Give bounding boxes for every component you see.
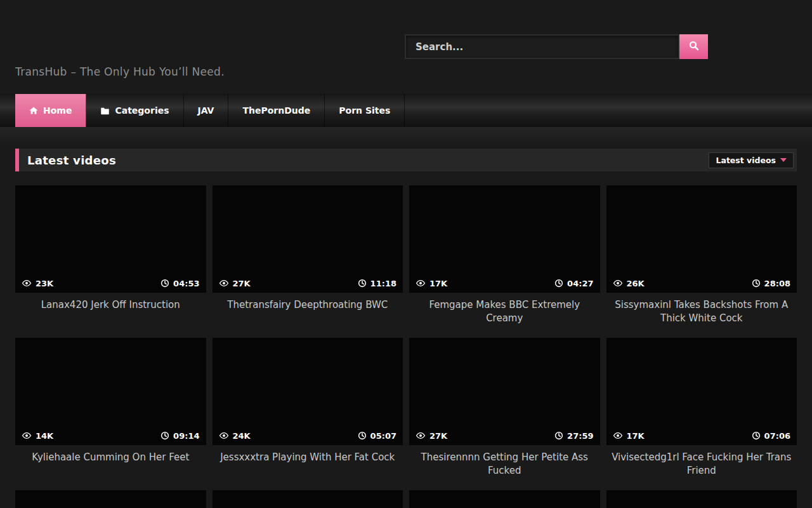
eye-icon [219, 431, 229, 441]
video-thumbnail[interactable]: 24K05:07 [213, 338, 403, 445]
nav-item-label: JAV [198, 105, 214, 116]
eye-icon [613, 278, 623, 288]
video-card[interactable]: 14K09:14Kyliehaale Cumming On Her Feet [15, 338, 206, 490]
nav-shadow [0, 127, 812, 146]
video-stats: 26K28:08 [613, 278, 791, 288]
video-thumbnail[interactable]: 23K04:53 [15, 185, 206, 293]
video-thumbnail[interactable] [213, 490, 403, 508]
sort-dropdown[interactable]: Latest videos [709, 152, 794, 168]
video-card[interactable]: 26K28:08Sissymaxinl Takes Backshots From… [606, 185, 797, 338]
video-title[interactable]: Thetransfairy Deepthroating BWC [213, 298, 403, 312]
video-title[interactable]: Jessxxxtra Playing With Her Fat Cock [213, 451, 403, 464]
clock-icon [752, 431, 761, 440]
video-title[interactable]: Sissymaxinl Takes Backshots From A Thick… [606, 298, 797, 325]
video-card[interactable]: 27K27:59Thesirennnn Getting Her Petite A… [409, 338, 600, 490]
nav-item-label: ThePornDude [242, 105, 310, 116]
video-thumbnail[interactable]: 17K07:06 [606, 338, 797, 445]
view-count: 23K [22, 278, 53, 288]
clock-icon [358, 279, 367, 288]
section-header: Latest videos Latest videos [15, 149, 797, 171]
eye-icon [613, 431, 623, 441]
video-duration: 04:53 [160, 279, 199, 288]
video-card[interactable] [606, 490, 797, 508]
video-card[interactable]: 23K04:53Lanax420 Jerk Off Instruction [15, 185, 206, 338]
clock-icon [554, 279, 563, 288]
video-card[interactable] [15, 490, 206, 508]
search-bar [405, 34, 708, 59]
chevron-down-icon [780, 158, 787, 162]
video-duration: 05:07 [358, 431, 396, 441]
home-icon [29, 106, 38, 115]
video-stats: 27K27:59 [416, 431, 594, 441]
view-count: 17K [416, 278, 447, 288]
video-duration: 07:06 [752, 431, 790, 441]
eye-icon [219, 278, 229, 288]
site-title: TransHub – The Only Hub You’ll Need. [15, 65, 225, 78]
nav-item-theporndude[interactable]: ThePornDude [228, 94, 325, 127]
video-stats: 27K11:18 [219, 278, 397, 288]
nav-item-label: Porn Sites [339, 105, 390, 116]
nav-items: Home Categories JAV ThePornDude Porn Sit… [15, 94, 812, 127]
clock-icon [358, 431, 367, 440]
video-title[interactable]: Thesirennnn Getting Her Petite Ass Fucke… [409, 451, 600, 478]
video-thumbnail[interactable] [15, 490, 206, 508]
video-thumbnail[interactable]: 27K27:59 [409, 338, 600, 445]
video-duration: 09:14 [160, 431, 199, 441]
clock-icon [160, 431, 169, 440]
video-title[interactable]: Vivisectedg1rl Face Fucking Her Trans Fr… [606, 451, 797, 478]
eye-icon [22, 431, 32, 441]
video-grid: 23K04:53Lanax420 Jerk Off Instruction27K… [15, 185, 797, 508]
video-duration: 11:18 [358, 279, 396, 288]
video-stats: 17K04:27 [416, 278, 594, 288]
folder-icon [100, 106, 110, 116]
video-stats: 23K04:53 [22, 278, 200, 288]
clock-icon [752, 279, 761, 288]
nav-item-home[interactable]: Home [15, 94, 86, 127]
main-nav: Home Categories JAV ThePornDude Porn Sit… [0, 94, 812, 127]
video-thumbnail[interactable]: 17K04:27 [409, 185, 600, 293]
eye-icon [416, 278, 426, 288]
search-input[interactable] [405, 34, 679, 59]
video-duration: 04:27 [554, 279, 593, 288]
view-count: 26K [613, 278, 645, 288]
video-title[interactable]: Femgape Makes BBC Extremely Creamy [409, 298, 600, 325]
video-thumbnail[interactable] [409, 490, 600, 508]
video-card[interactable]: 17K04:27Femgape Makes BBC Extremely Crea… [409, 185, 600, 338]
video-thumbnail[interactable]: 27K11:18 [213, 185, 403, 293]
video-card[interactable]: 27K11:18Thetransfairy Deepthroating BWC [213, 185, 403, 338]
video-thumbnail[interactable]: 26K28:08 [606, 185, 797, 293]
sort-dropdown-label: Latest videos [716, 156, 776, 165]
video-card[interactable]: 17K07:06Vivisectedg1rl Face Fucking Her … [606, 338, 797, 490]
video-stats: 14K09:14 [22, 431, 200, 441]
video-card[interactable] [409, 490, 600, 508]
section-title: Latest videos [27, 154, 116, 167]
view-count: 27K [219, 278, 251, 288]
video-duration: 28:08 [752, 279, 790, 288]
nav-item-label: Home [43, 105, 72, 116]
clock-icon [554, 431, 563, 440]
video-stats: 17K07:06 [613, 431, 791, 441]
site-header: TransHub – The Only Hub You’ll Need. [0, 0, 812, 94]
video-title[interactable]: Lanax420 Jerk Off Instruction [15, 298, 206, 312]
view-count: 17K [613, 431, 645, 441]
search-button[interactable] [679, 34, 708, 59]
video-title[interactable]: Kyliehaale Cumming On Her Feet [15, 451, 206, 464]
nav-item-jav[interactable]: JAV [184, 94, 229, 127]
eye-icon [416, 431, 426, 441]
video-thumbnail[interactable] [606, 490, 797, 508]
view-count: 27K [416, 431, 447, 441]
nav-item-categories[interactable]: Categories [86, 94, 183, 127]
video-thumbnail[interactable]: 14K09:14 [15, 338, 206, 445]
view-count: 14K [22, 431, 53, 441]
view-count: 24K [219, 431, 251, 441]
search-icon [688, 40, 700, 53]
video-duration: 27:59 [554, 431, 593, 441]
main-content: Latest videos Latest videos 23K04:53Lana… [0, 146, 812, 508]
video-stats: 24K05:07 [219, 431, 397, 441]
video-card[interactable] [213, 490, 403, 508]
clock-icon [160, 279, 169, 288]
nav-item-label: Categories [115, 105, 169, 116]
eye-icon [22, 278, 32, 288]
video-card[interactable]: 24K05:07Jessxxxtra Playing With Her Fat … [213, 338, 403, 490]
nav-item-porn-sites[interactable]: Porn Sites [325, 94, 405, 127]
